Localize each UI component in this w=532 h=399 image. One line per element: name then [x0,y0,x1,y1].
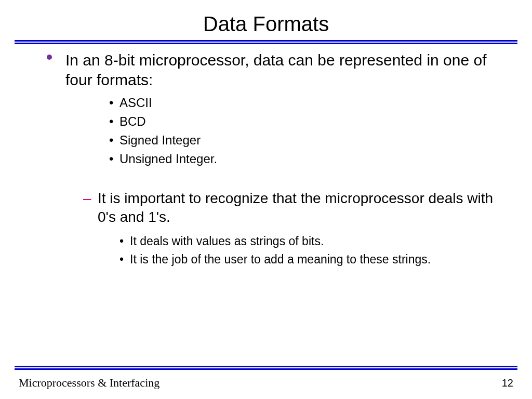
item-text: BCD [119,114,146,128]
footer-divider [15,366,517,370]
list-item: It deals with values as strings of bits. [119,232,501,251]
item-text: ASCII [119,96,152,110]
content-area: In an 8-bit microprocessor, data can be … [0,44,532,269]
item-text: Unsigned Integer. [119,152,217,166]
dash-bullet: – It is important to recognize that the … [83,189,501,227]
item-text: It deals with values as strings of bits. [130,234,324,248]
footer: Microprocessors & Interfacing 12 [19,376,513,390]
dash-text: It is important to recognize that the mi… [98,190,493,225]
list-item: Unsigned Integer. [109,150,501,168]
bullet-text: In an 8-bit microprocessor, data can be … [65,51,486,88]
list-item: It is the job of the user to add a meani… [119,250,501,269]
bullet-icon [47,55,52,60]
item-text: Signed Integer [119,133,201,147]
page-number: 12 [502,377,513,389]
subnote-list: It deals with values as strings of bits.… [119,232,501,269]
title-divider [15,40,517,44]
title-area: Data Formats [0,0,532,36]
dash-icon: – [83,189,91,208]
slide: Data Formats In an 8-bit microprocessor,… [0,0,532,399]
bullet-level1: In an 8-bit microprocessor, data can be … [65,50,501,89]
item-text: It is the job of the user to add a meani… [130,252,431,266]
slide-title: Data Formats [0,12,532,36]
list-item: ASCII [109,94,501,112]
list-item: BCD [109,112,501,131]
format-list: ASCII BCD Signed Integer Unsigned Intege… [109,94,501,168]
footer-title: Microprocessors & Interfacing [19,376,159,390]
list-item: Signed Integer [109,131,501,150]
